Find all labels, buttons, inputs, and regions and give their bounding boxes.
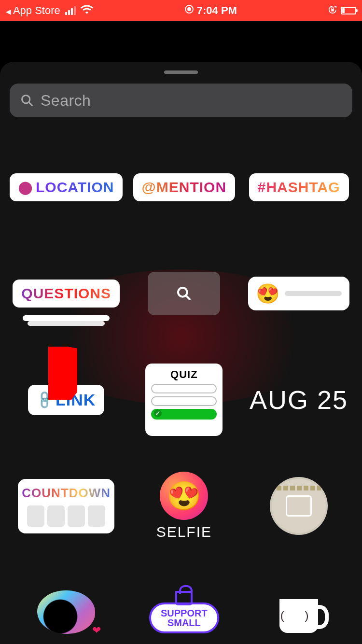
quiz-label: QUIZ [170, 368, 198, 381]
battery-icon [341, 7, 356, 14]
image-icon [286, 495, 312, 517]
sheet-grabber[interactable] [164, 70, 198, 74]
sticker-emoji-slider[interactable]: 😍 [248, 277, 349, 310]
search-icon [20, 94, 34, 107]
sticker-location[interactable]: ⬤ LOCATION [10, 173, 123, 201]
sticker-questions[interactable]: QUESTIONS [13, 280, 120, 308]
wifi-icon [81, 4, 93, 17]
sticker-link[interactable]: 🔗 LINK [28, 385, 104, 415]
location-pin-icon: ⬤ [18, 180, 33, 195]
quiz-option-correct [151, 409, 217, 420]
mention-label: @MENTION [142, 179, 227, 196]
svg-line-4 [29, 102, 32, 106]
sticker-quiz[interactable]: QUIZ [145, 364, 223, 436]
cellular-signal-icon [65, 6, 76, 15]
svg-line-6 [186, 295, 190, 299]
sticker-dm-share[interactable] [270, 477, 328, 535]
back-to-app[interactable]: App Store [6, 4, 60, 17]
search-placeholder: Search [41, 92, 91, 110]
sticker-mention[interactable]: @MENTION [133, 173, 236, 201]
orientation-lock-icon [328, 4, 337, 17]
questions-label: QUESTIONS [21, 285, 111, 302]
link-label: LINK [56, 391, 96, 409]
location-label: LOCATION [36, 179, 114, 196]
sticker-date[interactable]: AUG 25 [250, 385, 348, 415]
screen-recording-icon [184, 4, 194, 17]
sticker-support-small-business[interactable]: SUPPORT SMALL [149, 591, 219, 633]
sticker-selfie[interactable]: 😍 SELFIE [156, 472, 212, 540]
clock-time: 7:04 PM [197, 4, 237, 17]
hashtag-label: #HASHTAG [258, 179, 340, 196]
quiz-option [151, 384, 217, 393]
sticker-search-bar[interactable]: Search [10, 84, 352, 117]
sticker-countdown[interactable]: COUNTDOWN [18, 479, 114, 533]
svg-point-1 [187, 7, 191, 11]
svg-rect-2 [331, 9, 334, 11]
sticker-tray-sheet[interactable]: Search ⬤ LOCATION @MENTION #HASHTAG QUES… [0, 62, 362, 644]
shopping-bag-icon [175, 591, 193, 605]
countdown-boxes [27, 505, 105, 527]
quiz-option [151, 396, 217, 406]
status-bar: App Store 7:04 PM [0, 0, 362, 21]
slider-track [285, 291, 342, 296]
sticker-avatar[interactable] [37, 590, 95, 634]
countdown-label: COUNTDOWN [22, 486, 111, 501]
search-icon [176, 286, 192, 301]
link-icon: 🔗 [34, 389, 56, 410]
sticker-hashtag[interactable]: #HASHTAG [249, 173, 349, 201]
heart-eyes-face-icon: 😍 [160, 472, 208, 520]
sticker-mug[interactable]: ( ) [279, 591, 318, 633]
support-label: SUPPORT SMALL [149, 602, 219, 633]
sticker-gif-search[interactable] [148, 272, 220, 315]
selfie-label: SELFIE [156, 524, 212, 540]
heart-eyes-emoji-icon: 😍 [256, 282, 280, 305]
